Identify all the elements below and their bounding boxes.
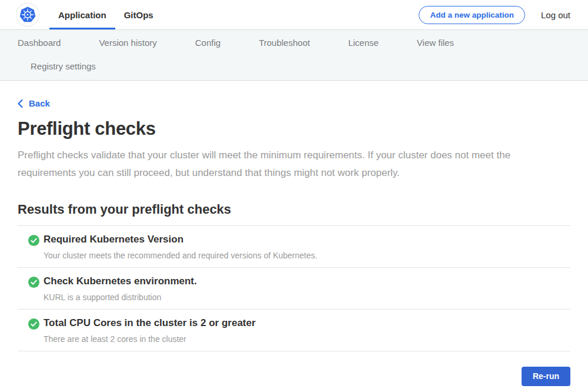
check-title: Required Kubernetes Version: [44, 234, 318, 245]
check-message: Your cluster meets the recommended and r…: [44, 251, 318, 260]
subnav-item-registry-settings[interactable]: Registry settings: [31, 61, 96, 72]
check-message: KURL is a supported distribution: [44, 293, 197, 302]
check-circle-icon: [28, 235, 39, 246]
back-link-label: Back: [29, 98, 50, 108]
check-circle-icon: [28, 318, 39, 330]
subnav-item-dashboard[interactable]: Dashboard: [18, 37, 61, 49]
subnav-item-version-history[interactable]: Version history: [99, 37, 156, 49]
logout-button[interactable]: Log out: [541, 10, 570, 20]
page-title: Preflight checks: [18, 118, 570, 139]
tab-application[interactable]: Application: [49, 0, 115, 29]
results-heading: Results from your preflight checks: [18, 202, 570, 217]
check-item: Check Kubernetes environment. KURL is a …: [18, 268, 570, 310]
check-message: There are at least 2 cores in the cluste…: [44, 334, 256, 344]
subnav-item-troubleshoot[interactable]: Troubleshoot: [259, 37, 310, 49]
preflight-check-list: Required Kubernetes Version Your cluster…: [18, 225, 570, 351]
add-application-button[interactable]: Add a new application: [419, 6, 525, 24]
check-text: Total CPU Cores in the cluster is 2 or g…: [44, 317, 256, 344]
check-item: Total CPU Cores in the cluster is 2 or g…: [18, 310, 570, 351]
back-link[interactable]: Back: [18, 98, 50, 108]
top-nav: Application GitOps Add a new application…: [0, 0, 588, 29]
check-text: Check Kubernetes environment. KURL is a …: [44, 275, 197, 302]
check-title: Total CPU Cores in the cluster is 2 or g…: [44, 317, 256, 329]
check-title: Check Kubernetes environment.: [44, 275, 197, 287]
check-circle-icon: [28, 277, 39, 288]
page-description: Preflight checks validate that your clus…: [18, 147, 570, 182]
preflight-page: Back Preflight checks Preflight checks v…: [0, 81, 588, 386]
subnav-item-config[interactable]: Config: [195, 37, 220, 49]
check-text: Required Kubernetes Version Your cluster…: [44, 234, 318, 260]
kubernetes-logo-icon[interactable]: [16, 4, 39, 26]
app-subnav: Dashboard Version history Config Trouble…: [0, 29, 588, 81]
header-actions: Add a new application Log out: [419, 6, 570, 24]
footer-actions: Re-run: [18, 367, 570, 386]
check-item: Required Kubernetes Version Your cluster…: [18, 226, 570, 268]
chevron-left-icon: [18, 99, 23, 108]
subnav-item-view-files[interactable]: View files: [417, 37, 454, 49]
rerun-button[interactable]: Re-run: [522, 367, 570, 386]
subnav-item-license[interactable]: License: [348, 37, 379, 49]
header-tabs: Application GitOps: [49, 0, 162, 29]
tab-gitops[interactable]: GitOps: [115, 0, 162, 29]
